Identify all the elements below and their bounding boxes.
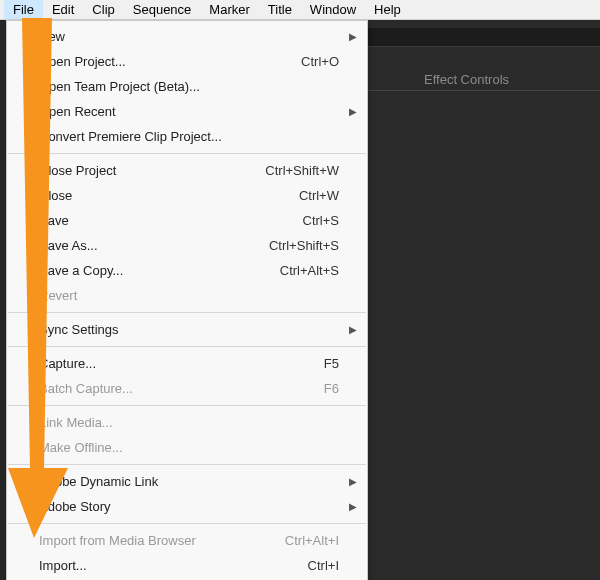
chevron-right-icon: ▶ <box>349 324 357 335</box>
panel-divider-top <box>368 46 600 47</box>
menu-item-shortcut: Ctrl+Shift+S <box>269 238 339 253</box>
menubar-sequence[interactable]: Sequence <box>124 0 201 19</box>
menubar-help[interactable]: Help <box>365 0 410 19</box>
workspace-panel <box>368 20 600 580</box>
menu-item-label: Convert Premiere Clip Project... <box>39 129 339 144</box>
menubar-edit[interactable]: Edit <box>43 0 83 19</box>
menu-separator <box>8 346 366 347</box>
menu-item-label: Sync Settings <box>39 322 339 337</box>
menu-item-shortcut: F6 <box>324 381 339 396</box>
chevron-right-icon: ▶ <box>349 106 357 117</box>
menubar-window[interactable]: Window <box>301 0 365 19</box>
menu-item-import-from-media-browser: Import from Media BrowserCtrl+Alt+I <box>7 528 367 553</box>
panel-divider <box>368 90 600 91</box>
menu-item-batch-capture: Batch Capture...F6 <box>7 376 367 401</box>
menu-item-label: Save <box>39 213 303 228</box>
menubar-file[interactable]: File <box>4 0 43 19</box>
menu-item-save-as[interactable]: Save As...Ctrl+Shift+S <box>7 233 367 258</box>
effect-controls-tab[interactable]: Effect Controls <box>424 72 509 87</box>
menubar-clip[interactable]: Clip <box>83 0 123 19</box>
menu-item-shortcut: Ctrl+Shift+W <box>265 163 339 178</box>
menu-item-label: Import... <box>39 558 308 573</box>
menu-item-sync-settings[interactable]: Sync Settings▶ <box>7 317 367 342</box>
menu-item-revert: Revert <box>7 283 367 308</box>
menu-item-label: Revert <box>39 288 339 303</box>
menubar: File Edit Clip Sequence Marker Title Win… <box>0 0 600 20</box>
menu-separator <box>8 405 366 406</box>
menu-item-open-recent[interactable]: Open Recent▶ <box>7 99 367 124</box>
menu-separator <box>8 464 366 465</box>
menu-item-label: Close <box>39 188 299 203</box>
menu-item-open-team-project-beta[interactable]: Open Team Project (Beta)... <box>7 74 367 99</box>
menu-item-shortcut: Ctrl+O <box>301 54 339 69</box>
menu-item-label: Link Media... <box>39 415 339 430</box>
menu-item-label: Open Team Project (Beta)... <box>39 79 339 94</box>
menu-item-shortcut: Ctrl+S <box>303 213 339 228</box>
chevron-right-icon: ▶ <box>349 476 357 487</box>
menu-item-save[interactable]: SaveCtrl+S <box>7 208 367 233</box>
menu-item-label: Open Project... <box>39 54 301 69</box>
menubar-title[interactable]: Title <box>259 0 301 19</box>
menu-item-label: Adobe Dynamic Link <box>39 474 339 489</box>
menubar-marker[interactable]: Marker <box>200 0 258 19</box>
menu-separator <box>8 523 366 524</box>
menu-item-shortcut: Ctrl+W <box>299 188 339 203</box>
menu-item-link-media: Link Media... <box>7 410 367 435</box>
menu-item-label: Save a Copy... <box>39 263 280 278</box>
menu-item-convert-premiere-clip-project[interactable]: Convert Premiere Clip Project... <box>7 124 367 149</box>
menu-item-adobe-dynamic-link[interactable]: Adobe Dynamic Link▶ <box>7 469 367 494</box>
menu-item-adobe-story[interactable]: Adobe Story▶ <box>7 494 367 519</box>
menu-item-label: Import from Media Browser <box>39 533 285 548</box>
menu-item-label: Save As... <box>39 238 269 253</box>
chevron-right-icon: ▶ <box>349 501 357 512</box>
menu-item-shortcut: Ctrl+I <box>308 558 339 573</box>
menu-item-new[interactable]: New▶ <box>7 24 367 49</box>
menu-item-capture[interactable]: Capture...F5 <box>7 351 367 376</box>
file-menu-dropdown: New▶Open Project...Ctrl+OOpen Team Proje… <box>6 20 368 580</box>
menu-separator <box>8 312 366 313</box>
menu-item-close-project[interactable]: Close ProjectCtrl+Shift+W <box>7 158 367 183</box>
menu-item-label: Capture... <box>39 356 324 371</box>
menu-item-label: Adobe Story <box>39 499 339 514</box>
menu-item-shortcut: Ctrl+Alt+S <box>280 263 339 278</box>
menu-item-label: Open Recent <box>39 104 339 119</box>
menu-item-save-a-copy[interactable]: Save a Copy...Ctrl+Alt+S <box>7 258 367 283</box>
chevron-right-icon: ▶ <box>349 31 357 42</box>
menu-item-label: New <box>39 29 339 44</box>
menu-item-close[interactable]: CloseCtrl+W <box>7 183 367 208</box>
menu-item-label: Close Project <box>39 163 265 178</box>
menu-separator <box>8 153 366 154</box>
menu-item-shortcut: Ctrl+Alt+I <box>285 533 339 548</box>
menu-item-make-offline: Make Offline... <box>7 435 367 460</box>
panel-strip <box>368 28 600 46</box>
menu-item-label: Make Offline... <box>39 440 339 455</box>
menu-item-label: Batch Capture... <box>39 381 324 396</box>
menu-item-import[interactable]: Import...Ctrl+I <box>7 553 367 578</box>
menu-item-open-project[interactable]: Open Project...Ctrl+O <box>7 49 367 74</box>
menu-item-shortcut: F5 <box>324 356 339 371</box>
